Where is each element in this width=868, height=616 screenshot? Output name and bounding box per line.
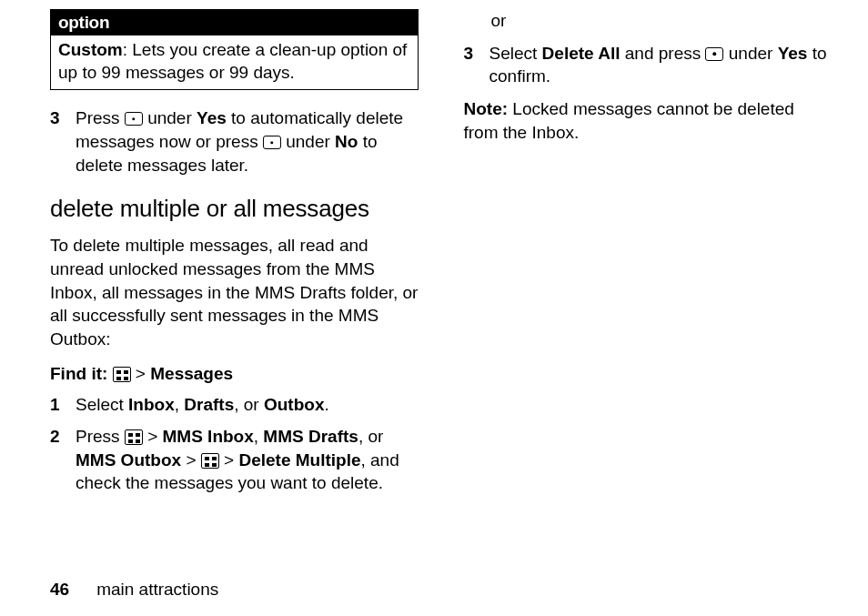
mms-drafts-label: MMS Drafts: [263, 427, 358, 446]
or-text: or: [491, 9, 833, 33]
option-table: option Custom: Lets you create a clean-u…: [50, 9, 419, 90]
right-step-3: 3 Select Delete All and press under Yes …: [464, 42, 833, 88]
mms-outbox-label: MMS Outbox: [76, 450, 181, 470]
left-step-1: 1 Select Inbox, Drafts, or Outbox.: [50, 393, 419, 417]
yes-label: Yes: [197, 108, 227, 127]
gt: >: [143, 427, 163, 446]
text: and press: [620, 44, 705, 63]
right-column: or 3 Select Delete All and press under Y…: [464, 9, 833, 564]
step-body: Select Inbox, Drafts, or Outbox.: [76, 393, 419, 417]
text: , or: [234, 395, 264, 414]
find-it-line: Find it: > Messages: [50, 364, 419, 384]
gt: >: [181, 450, 201, 470]
text: Press: [76, 427, 125, 446]
page-number: 46: [50, 580, 69, 599]
messages-label: Messages: [150, 364, 233, 383]
section-heading: delete multiple or all messages: [50, 195, 419, 223]
outbox-label: Outbox: [264, 395, 325, 414]
option-header: option: [51, 10, 418, 35]
option-body: Custom: Lets you create a clean-up optio…: [51, 35, 418, 89]
text: , or: [358, 427, 383, 446]
step-body: Press > MMS Inbox, MMS Drafts, or MMS Ou…: [76, 425, 419, 495]
softkey-icon: [125, 112, 143, 126]
softkey-icon: [263, 136, 281, 149]
drafts-label: Drafts: [184, 395, 234, 414]
note-paragraph: Note: Locked messages cannot be deleted …: [464, 97, 833, 144]
gt: >: [131, 364, 151, 383]
mms-inbox-label: MMS Inbox: [163, 427, 254, 446]
text: Select: [490, 44, 542, 63]
text: .: [324, 395, 328, 414]
text: Select: [76, 395, 128, 414]
text: under: [723, 44, 777, 63]
step-body: Press under Yes to automatically delete …: [76, 106, 419, 177]
option-custom-label: Custom: [58, 40, 123, 59]
text: Press: [76, 108, 125, 127]
text: ,: [254, 427, 264, 446]
step-number: 3: [464, 42, 477, 88]
page-footer: 46main attractions: [50, 580, 218, 600]
find-it-label: Find it:: [50, 364, 107, 383]
note-label: Note:: [464, 99, 509, 118]
left-step-2: 2 Press > MMS Inbox, MMS Drafts, or MMS …: [50, 425, 419, 495]
text: under: [281, 132, 335, 151]
text: under: [143, 108, 197, 127]
step-number: 1: [50, 393, 63, 417]
menu-icon: [125, 429, 143, 445]
yes-label: Yes: [778, 44, 808, 63]
no-label: No: [335, 132, 358, 151]
inbox-label: Inbox: [128, 395, 175, 414]
left-step-3: 3 Press under Yes to automatically delet…: [50, 106, 419, 177]
menu-icon: [201, 453, 219, 469]
gt: >: [219, 450, 239, 470]
section-name: main attractions: [96, 580, 218, 599]
step-number: 3: [50, 106, 63, 177]
step-body: Select Delete All and press under Yes to…: [490, 42, 833, 88]
text: ,: [175, 395, 185, 414]
menu-icon: [113, 367, 131, 382]
delete-multiple-label: Delete Multiple: [238, 450, 360, 470]
left-column: option Custom: Lets you create a clean-u…: [50, 9, 419, 564]
page-content: option Custom: Lets you create a clean-u…: [0, 0, 868, 564]
step-number: 2: [50, 425, 63, 495]
note-body: Locked messages cannot be deleted from t…: [464, 99, 794, 142]
delete-all-label: Delete All: [542, 44, 621, 63]
softkey-icon: [705, 47, 723, 61]
intro-paragraph: To delete multiple messages, all read an…: [50, 234, 419, 350]
